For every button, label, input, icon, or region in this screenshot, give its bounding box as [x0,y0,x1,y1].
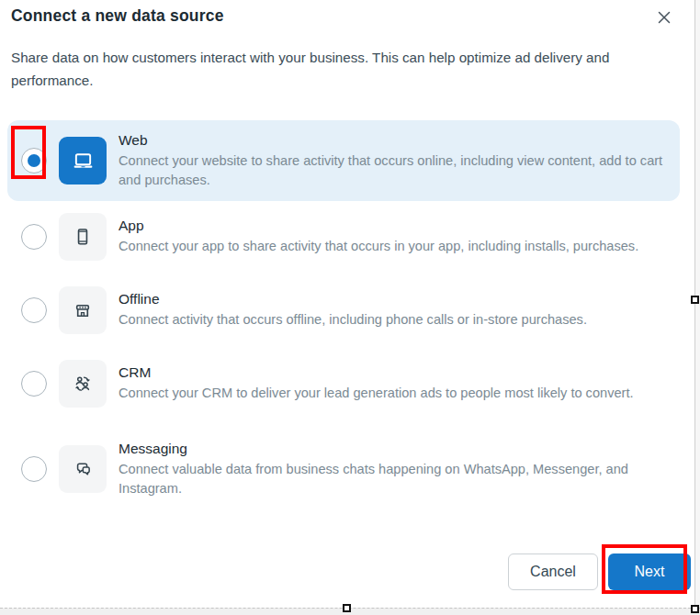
laptop-icon [71,149,96,173]
option-description: Connect your CRM to deliver your lead ge… [119,384,634,403]
cancel-button[interactable]: Cancel [508,554,598,590]
option-row-messaging[interactable]: Messaging Connect valuable data from bus… [7,430,680,508]
annotation-resize-handle-right [691,296,699,304]
messaging-icon-box [59,445,107,493]
radio-selected-dot [28,154,40,167]
option-label: App [119,218,638,234]
right-edge-strip [694,0,700,615]
option-label: Offline [119,291,587,308]
crm-icon-box [59,360,107,408]
web-icon-box [59,137,107,184]
option-label: Messaging [119,441,647,457]
connect-data-source-dialog: Connect a new data source Share data on … [0,0,694,608]
option-description: Connect your website to share activity t… [119,151,670,189]
crm-radio[interactable] [21,371,47,397]
option-label: CRM [119,364,634,381]
web-radio[interactable] [21,148,47,173]
annotation-resize-handle-bottom [343,604,351,612]
chat-bubbles-icon [71,457,95,481]
close-icon [655,8,673,27]
option-label: Web [119,132,670,149]
storefront-icon [71,298,95,322]
mobile-phone-icon [71,225,95,249]
dialog-description: Share data on how customers interact wit… [11,46,669,93]
option-description: Connect activity that occurs offline, in… [119,310,587,330]
offline-icon-box [59,286,107,334]
option-description: Connect your app to share activity that … [119,237,638,256]
people-sync-icon [71,372,95,396]
option-row-crm[interactable]: CRM Connect your CRM to deliver your lea… [7,357,680,410]
app-radio[interactable] [21,224,47,250]
close-button[interactable] [651,5,677,30]
next-button[interactable]: Next [608,554,691,590]
app-icon-box [59,213,107,261]
option-description: Connect valuable data from business chat… [119,460,647,498]
dialog-title: Connect a new data source [11,6,224,26]
option-row-offline[interactable]: Offline Connect activity that occurs off… [7,284,680,337]
offline-radio[interactable] [21,297,47,323]
option-row-web[interactable]: Web Connect your website to share activi… [7,120,680,201]
option-row-app[interactable]: App Connect your app to share activity t… [7,210,680,263]
messaging-radio[interactable] [21,456,47,482]
annotation-resize-handle-corner [691,605,699,613]
